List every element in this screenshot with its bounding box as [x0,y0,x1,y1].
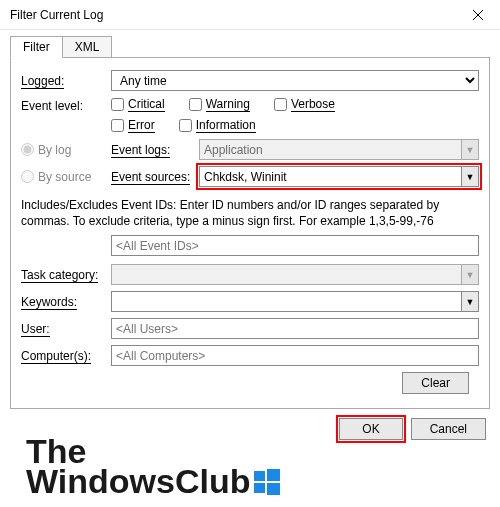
svg-rect-5 [267,483,280,495]
event-ids-help: Includes/Excludes Event IDs: Enter ID nu… [21,197,479,229]
event-logs-label: Event logs: [111,143,170,158]
svg-rect-3 [267,469,280,481]
tab-filter[interactable]: Filter [10,36,63,58]
chevron-down-icon[interactable]: ▼ [461,167,478,186]
clear-button[interactable]: Clear [402,372,469,394]
event-sources-combo[interactable]: Chkdsk, Wininit ▼ [199,166,479,187]
task-category-label: Task category: [21,268,98,283]
svg-rect-2 [254,471,265,481]
computers-input[interactable] [111,345,479,366]
event-sources-label: Event sources: [111,170,190,185]
by-log-radio: By log [21,143,111,157]
keywords-combo[interactable]: ▼ [111,291,479,312]
ok-button[interactable]: OK [339,418,402,440]
chevron-down-icon: ▼ [461,265,478,284]
window-title: Filter Current Log [10,8,455,22]
tab-panel-filter: Logged: Any time Event level: Critical W… [10,57,490,409]
warning-checkbox[interactable]: Warning [189,97,250,112]
chevron-down-icon: ▼ [461,140,478,159]
event-logs-combo: Application ▼ [199,139,479,160]
svg-rect-4 [254,483,265,493]
event-ids-input[interactable] [111,235,479,256]
close-button[interactable] [455,0,500,30]
titlebar: Filter Current Log [0,0,500,30]
cancel-button[interactable]: Cancel [411,418,486,440]
task-category-combo: ▼ [111,264,479,285]
keywords-label: Keywords: [21,295,77,310]
verbose-checkbox[interactable]: Verbose [274,97,335,112]
tab-xml[interactable]: XML [62,36,113,58]
windows-logo-icon [254,469,280,495]
logged-select[interactable]: Any time [111,70,479,91]
critical-checkbox[interactable]: Critical [111,97,165,112]
event-level-label: Event level: [21,99,83,113]
user-input[interactable] [111,318,479,339]
by-source-radio: By source [21,170,111,184]
user-label: User: [21,322,50,337]
information-checkbox[interactable]: Information [179,118,256,133]
computers-label: Computer(s): [21,349,91,364]
tab-strip: Filter XML [0,30,500,58]
chevron-down-icon[interactable]: ▼ [461,292,478,311]
close-icon [473,10,483,20]
error-checkbox[interactable]: Error [111,118,155,133]
logged-label: Logged: [21,74,64,89]
